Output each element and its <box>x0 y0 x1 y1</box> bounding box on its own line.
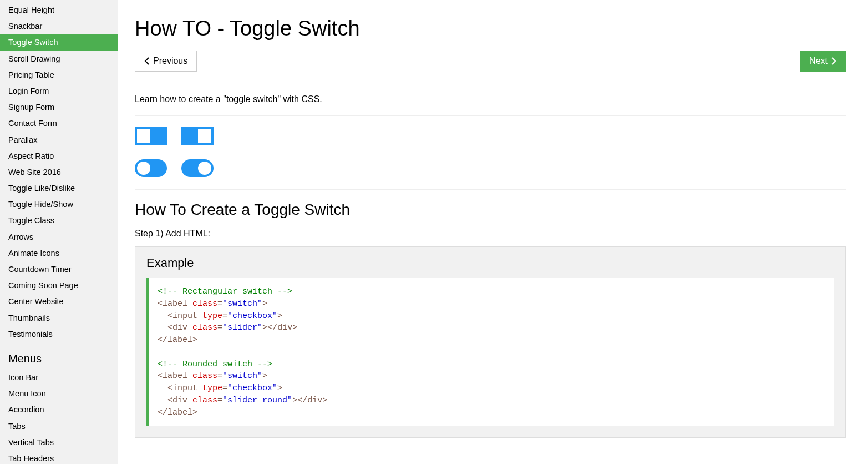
sidebar-item-tabs[interactable]: Tabs <box>0 418 118 435</box>
sidebar-item-signup-form[interactable]: Signup Form <box>0 99 118 115</box>
sidebar-item-web-site-2016[interactable]: Web Site 2016 <box>0 164 118 180</box>
section-title: How To Create a Toggle Switch <box>135 201 846 219</box>
toggle-switch-rect-off[interactable] <box>135 127 167 145</box>
sidebar-item-thumbnails[interactable]: Thumbnails <box>0 310 118 326</box>
next-label: Next <box>809 56 828 66</box>
next-button[interactable]: Next <box>800 51 846 72</box>
sidebar-item-equal-height[interactable]: Equal Height <box>0 2 118 18</box>
sidebar-item-scroll-drawing[interactable]: Scroll Drawing <box>0 51 118 67</box>
sidebar-item-center-website[interactable]: Center Website <box>0 294 118 310</box>
sidebar-item-pricing-table[interactable]: Pricing Table <box>0 67 118 83</box>
switch-demos <box>135 127 846 177</box>
previous-label: Previous <box>153 56 187 66</box>
sidebar-item-snackbar[interactable]: Snackbar <box>0 18 118 34</box>
sidebar-item-contact-form[interactable]: Contact Form <box>0 115 118 132</box>
chevron-left-icon <box>144 57 150 65</box>
sidebar-item-toggle-switch[interactable]: Toggle Switch <box>0 34 118 51</box>
main-content: How TO - Toggle Switch Previous Next Lea… <box>118 0 868 464</box>
divider <box>135 189 846 190</box>
toggle-switch-round-on[interactable] <box>181 159 214 177</box>
sidebar-item-coming-soon-page[interactable]: Coming Soon Page <box>0 278 118 294</box>
example-title: Example <box>146 256 834 270</box>
sidebar-item-countdown-timer[interactable]: Countdown Timer <box>0 261 118 278</box>
sidebar-item-accordion[interactable]: Accordion <box>0 402 118 418</box>
step-1-label: Step 1) Add HTML: <box>135 229 846 239</box>
sidebar-item-toggle-class[interactable]: Toggle Class <box>0 213 118 229</box>
code-block: <!-- Rectangular switch --> <label class… <box>146 278 834 426</box>
sidebar-section-menus: Menus <box>0 342 118 370</box>
sidebar-item-toggle-hide-show[interactable]: Toggle Hide/Show <box>0 196 118 213</box>
prev-next-nav: Previous Next <box>135 51 846 72</box>
sidebar-item-icon-bar[interactable]: Icon Bar <box>0 370 118 386</box>
previous-button[interactable]: Previous <box>135 51 197 72</box>
sidebar-item-animate-icons[interactable]: Animate Icons <box>0 245 118 261</box>
sidebar-item-arrows[interactable]: Arrows <box>0 229 118 245</box>
chevron-right-icon <box>831 57 836 65</box>
sidebar-item-login-form[interactable]: Login Form <box>0 83 118 99</box>
sidebar-item-menu-icon[interactable]: Menu Icon <box>0 386 118 402</box>
divider <box>135 83 846 83</box>
sidebar-item-vertical-tabs[interactable]: Vertical Tabs <box>0 435 118 451</box>
sidebar: Equal HeightSnackbarToggle SwitchScroll … <box>0 0 118 464</box>
sidebar-item-parallax[interactable]: Parallax <box>0 132 118 148</box>
sidebar-item-tab-headers[interactable]: Tab Headers <box>0 451 118 464</box>
example-box: Example <!-- Rectangular switch --> <lab… <box>135 246 846 438</box>
toggle-switch-round-off[interactable] <box>135 159 167 177</box>
sidebar-item-toggle-like-dislike[interactable]: Toggle Like/Dislike <box>0 180 118 196</box>
page-title: How TO - Toggle Switch <box>135 17 846 41</box>
intro-text: Learn how to create a "toggle switch" wi… <box>135 94 846 104</box>
divider <box>135 115 846 116</box>
sidebar-item-testimonials[interactable]: Testimonials <box>0 326 118 342</box>
toggle-switch-rect-on[interactable] <box>181 127 214 145</box>
sidebar-item-aspect-ratio[interactable]: Aspect Ratio <box>0 148 118 164</box>
